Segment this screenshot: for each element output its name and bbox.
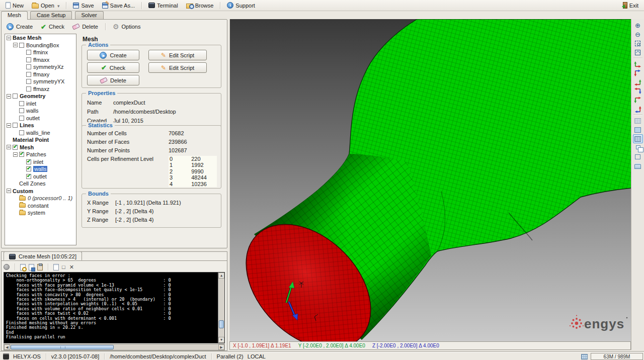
save-button[interactable]: Save [69,1,97,11]
scroll-right-icon[interactable]: ▶ [218,344,224,350]
browse-button[interactable]: Browse [183,1,217,11]
tree-item-patch-walls-selected[interactable]: walls [5,165,76,173]
stop-icon[interactable] [4,264,10,270]
checkbox-checked[interactable] [26,174,31,179]
zoom-in-icon[interactable] [633,21,643,30]
box-display-icon[interactable] [633,161,643,170]
copy-view-icon[interactable] [633,143,643,152]
save-log-icon[interactable] [29,264,34,271]
checkbox[interactable] [26,50,31,55]
scroll-down-icon[interactable]: ▼ [218,337,224,343]
support-button[interactable]: Support [223,1,259,11]
tab-case-setup[interactable]: Case Setup [30,11,72,19]
expander-icon[interactable] [7,145,11,149]
console-output[interactable]: Checking faces in error : non-orthogonal… [4,272,225,343]
tree-item-inlet[interactable]: inlet [5,100,76,108]
zoom-out-icon[interactable] [633,30,643,39]
edit-create-script-button[interactable]: Edit Script [148,50,207,60]
mesh-display-icon[interactable] [633,116,643,125]
tree-item-walls-line[interactable]: walls_line [5,129,76,137]
preview-log-icon[interactable] [20,264,26,271]
create-button[interactable]: Create [4,22,36,31]
checkbox[interactable] [13,94,18,99]
check-mesh-button[interactable]: Check [87,62,139,73]
tree-item-system-folder[interactable]: system [5,209,76,217]
tree-item-constant-folder[interactable]: constant [5,202,76,210]
checkbox[interactable] [19,43,24,48]
checkbox[interactable] [13,123,18,128]
checkbox[interactable] [19,101,24,106]
checkbox[interactable] [26,64,31,69]
view-axis-3-icon[interactable] [633,77,643,86]
tree-item-symmetryyx[interactable]: symmetryYX [5,78,76,85]
maximize-icon[interactable]: □ [62,264,65,271]
tree-item-lines[interactable]: Lines [5,122,76,129]
new-button[interactable]: New [2,1,27,11]
delete-mesh-button[interactable]: Delete [87,75,139,85]
zoom-box-icon[interactable] [633,39,643,48]
tree-item-patch-inlet[interactable]: inlet [5,158,76,166]
tree-item-ffmaxx[interactable]: ffmaxx [5,56,76,64]
checkbox-checked[interactable] [13,145,18,150]
tree-item-outlet[interactable]: outlet [5,115,76,122]
checkbox[interactable] [26,86,31,92]
open-button[interactable]: Open [28,1,63,11]
options-button[interactable]: Options [110,22,143,32]
memory-icon[interactable] [579,353,589,360]
tab-solver[interactable]: Solver [75,11,104,19]
tree-item-processor-folder[interactable]: 0 (processor0 .. 1) [5,195,76,202]
expander-icon[interactable] [7,94,11,99]
copy-log-icon[interactable] [37,264,43,271]
chevron-down-icon[interactable] [56,3,60,9]
close-icon[interactable]: ✕ [69,264,74,271]
mesh-scene[interactable]: engys [230,19,631,341]
checkbox-checked[interactable] [26,159,31,164]
console-horizontal-scrollbar[interactable]: ◀ ▶ [4,344,225,350]
expander-icon[interactable] [7,123,11,128]
checkbox[interactable] [19,116,24,121]
checkbox-checked[interactable] [19,152,24,157]
scrollbar-thumb[interactable] [219,320,224,328]
solid-wireframe-display-icon[interactable] [633,134,643,143]
tree-item-ffminx[interactable]: ffminx [5,49,76,56]
scrollbar-thumb[interactable] [11,345,114,349]
tree-item-custom[interactable]: Custom [5,188,76,195]
outline-display-icon[interactable] [633,152,643,161]
checkbox[interactable] [26,72,31,77]
open-log-icon[interactable] [53,264,59,271]
scroll-up-icon[interactable]: ▲ [218,273,224,279]
create-mesh-button[interactable]: Create [87,50,139,60]
view-axis-1-icon[interactable] [633,59,643,68]
console-vertical-scrollbar[interactable]: ▲ ▼ [218,273,224,343]
tree-item-material-point[interactable]: Material Point [5,136,76,144]
tree-item-symmetryxz[interactable]: symmetryXz [5,63,76,71]
save-as-button[interactable]: Save As... [99,1,139,11]
checkbox[interactable] [26,57,31,62]
checkbox-checked[interactable] [26,166,31,171]
scroll-left-icon[interactable]: ◀ [4,344,10,350]
tree-item-boundingbox[interactable]: BoundingBox [5,42,76,49]
expander-icon[interactable] [7,189,11,193]
checkbox[interactable] [26,79,31,84]
tree-item-walls[interactable]: walls [5,107,76,115]
tree-item-ffmaxz[interactable]: ffmaxz [5,85,76,93]
tree-item-geometry[interactable]: Geometry [5,93,76,100]
tree-item-patches[interactable]: Patches [5,151,76,158]
view-axis-4-icon[interactable] [633,86,643,96]
tree-item-ffmaxy[interactable]: ffmaxy [5,71,76,78]
expander-icon[interactable] [13,152,18,157]
check-button[interactable]: Check [38,22,67,32]
checkbox[interactable] [19,130,24,135]
tree-item-base-mesh[interactable]: Base Mesh [5,34,76,42]
console-tab[interactable]: Create Mesh [10:05:22] [4,251,82,260]
3d-viewport[interactable]: engys [229,19,631,341]
edit-check-script-button[interactable]: Edit Script [148,62,207,73]
tree-item-cell-zones[interactable]: Cell Zones [5,180,76,188]
solid-display-icon[interactable] [633,125,643,134]
fit-view-icon[interactable] [633,48,643,57]
expander-icon[interactable] [7,36,11,40]
delete-button[interactable]: Delete [69,23,101,31]
checkbox[interactable] [19,108,24,113]
view-axis-5-icon[interactable] [633,96,643,105]
tree-item-patch-outlet[interactable]: outlet [5,173,76,181]
